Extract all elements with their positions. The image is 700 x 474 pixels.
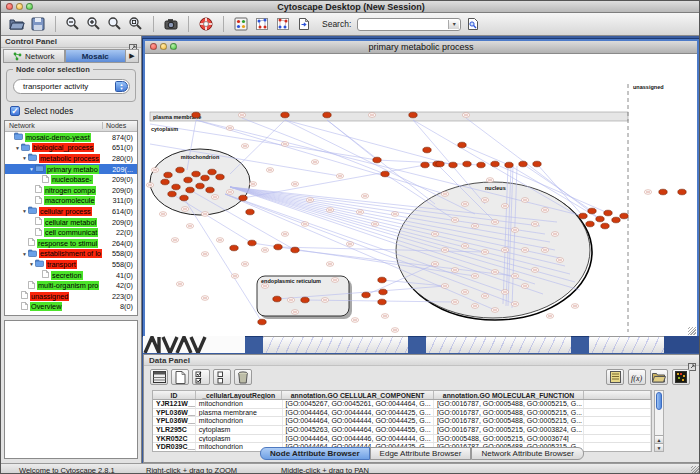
tab-network[interactable]: Network (3, 49, 65, 63)
network-node-selected[interactable] (230, 245, 238, 251)
formula-icon[interactable]: f(x) (628, 369, 646, 385)
column-header[interactable]: annotation.GO CELLULAR_COMPONENT (282, 391, 433, 399)
network-node-selected[interactable] (248, 240, 256, 246)
network-node-selected[interactable] (192, 171, 200, 177)
column-header[interactable]: _cellularLayoutRegion (196, 391, 283, 399)
zoom-fit-icon[interactable] (106, 15, 124, 33)
tree-row[interactable]: cell communicat22(0) (5, 227, 137, 238)
trash-icon[interactable] (234, 369, 252, 385)
import-page-icon[interactable] (295, 15, 313, 33)
network-node-selected[interactable] (379, 289, 387, 295)
combo-stepper-icon[interactable]: ▲▼ (115, 81, 128, 92)
more-tabs-button[interactable]: ▶ (126, 49, 139, 63)
tree-row[interactable]: response to stimul264(0) (5, 238, 137, 249)
network-node-selected[interactable] (239, 195, 247, 201)
network-node-selected[interactable] (601, 223, 609, 229)
network-node-selected[interactable] (659, 189, 667, 195)
network-node-selected[interactable] (588, 208, 596, 214)
network-node-selected[interactable] (381, 171, 389, 177)
network-node-selected[interactable] (586, 221, 594, 227)
new-attribute-icon[interactable] (171, 369, 189, 385)
expand-arrow-icon[interactable]: ▼ (21, 208, 28, 214)
table-scrollbar[interactable]: ▲ ▼ (654, 390, 664, 452)
notepad-icon[interactable] (606, 369, 624, 385)
network-node-selected[interactable] (184, 177, 192, 183)
network-node-selected[interactable] (206, 187, 214, 193)
network-node-selected[interactable] (612, 217, 620, 223)
network-from-selection-icon[interactable] (253, 15, 271, 33)
column-header[interactable]: ID (153, 391, 196, 399)
tree-row[interactable]: Overview8(0) (5, 302, 137, 313)
snapshot-camera-icon[interactable] (162, 15, 180, 33)
network-node-selected[interactable] (533, 161, 541, 167)
tree-header[interactable]: Network Nodes (5, 121, 137, 132)
network-node-selected[interactable] (449, 162, 457, 168)
tree-row[interactable]: ▼cellular process614(0) (5, 206, 137, 217)
select-nodes-checkbox[interactable]: ✓ (10, 106, 20, 116)
birdseye-view[interactable] (4, 320, 138, 459)
table-row[interactable]: YPL036W__2plasma membrane[GO:0044464, GO… (153, 409, 651, 418)
network-node-selected[interactable] (596, 216, 604, 222)
network-node-selected[interactable] (186, 187, 194, 193)
tab-edge-attribute-browser[interactable]: Edge Attribute Browser (370, 447, 472, 460)
expand-arrow-icon[interactable]: ▼ (21, 251, 28, 257)
tree-row[interactable]: cellular metabol209(0) (5, 217, 137, 228)
network-node-selected[interactable] (216, 174, 224, 180)
tree-row[interactable]: ▼biological_process651(0) (5, 143, 137, 154)
tree-row[interactable]: ▼transport558(0) (5, 259, 137, 270)
network-node-selected[interactable] (273, 296, 281, 302)
tree-row[interactable]: ▼establishment of lo558(0) (5, 249, 137, 260)
scroll-up-icon[interactable]: ▲ (655, 435, 663, 443)
network-node-selected[interactable] (323, 112, 331, 118)
background-window-fragment[interactable] (263, 336, 408, 353)
table-row[interactable]: YJR121W__1mitochondrion[GO:0045267, GO:0… (153, 400, 651, 409)
network-node-selected[interactable] (192, 112, 200, 118)
network-node-selected[interactable] (161, 179, 169, 185)
network-node-selected[interactable] (477, 162, 485, 168)
network-node-selected[interactable] (196, 183, 204, 189)
table-row[interactable]: YKR052Ccytoplasm[GO:0044464, GO:0044446,… (153, 435, 651, 444)
network-node-selected[interactable] (579, 213, 587, 219)
background-window-fragment[interactable] (589, 336, 664, 353)
select-attributes-icon[interactable] (192, 369, 210, 385)
network-node-selected[interactable] (604, 210, 612, 216)
nucleus-region[interactable] (396, 182, 590, 318)
resize-grip-icon[interactable] (691, 466, 699, 474)
network-node-selected[interactable] (246, 209, 254, 215)
network-canvas[interactable]: plasma membranecytoplasmmitochondrionnuc… (145, 54, 697, 336)
network-node-selected[interactable] (176, 167, 184, 173)
network-node-selected[interactable] (491, 161, 499, 167)
new-network-icon[interactable] (274, 15, 292, 33)
edge[interactable] (230, 120, 285, 174)
network-node-selected[interactable] (421, 162, 429, 168)
network-node-selected[interactable] (180, 195, 188, 201)
network-node-selected[interactable] (378, 277, 386, 283)
resize-grip-icon[interactable] (688, 327, 696, 335)
zoom-in-icon[interactable] (85, 15, 103, 33)
expand-arrow-icon[interactable]: ▼ (28, 261, 35, 267)
network-node-selected[interactable] (258, 319, 266, 325)
tree-row[interactable]: ▼metabolic process280(0) (5, 153, 137, 164)
network-window-titlebar[interactable]: primary metabolic process (145, 41, 697, 54)
expand-arrow-icon[interactable]: ▼ (21, 155, 28, 161)
zoom-selected-icon[interactable] (127, 15, 145, 33)
node-color-select[interactable]: transporter activity ▲▼ (13, 79, 130, 94)
background-window-fragment[interactable] (426, 336, 571, 353)
tab-network-attribute-browser[interactable]: Network Attribute Browser (471, 447, 583, 460)
network-node-selected[interactable] (208, 169, 216, 175)
table-row[interactable]: YLR295Ccytoplasm[GO:0045263, GO:0044464,… (153, 426, 651, 435)
network-node-selected[interactable] (378, 299, 386, 305)
tree-row[interactable]: nitrogen compo209(0) (5, 185, 137, 196)
configure-search-icon[interactable] (464, 15, 482, 33)
network-node-selected[interactable] (463, 161, 471, 167)
column-header[interactable] (584, 391, 651, 399)
edge[interactable] (184, 198, 262, 322)
open-icon[interactable] (8, 15, 26, 33)
network-node-selected[interactable] (678, 189, 686, 195)
help-lifebuoy-icon[interactable] (197, 15, 215, 33)
network-node-selected[interactable] (409, 112, 417, 118)
table-icon[interactable] (150, 369, 168, 385)
tree-row[interactable]: nucleobase-209(0) (5, 174, 137, 185)
network-node-selected[interactable] (373, 157, 381, 163)
network-node-selected[interactable] (281, 112, 289, 118)
